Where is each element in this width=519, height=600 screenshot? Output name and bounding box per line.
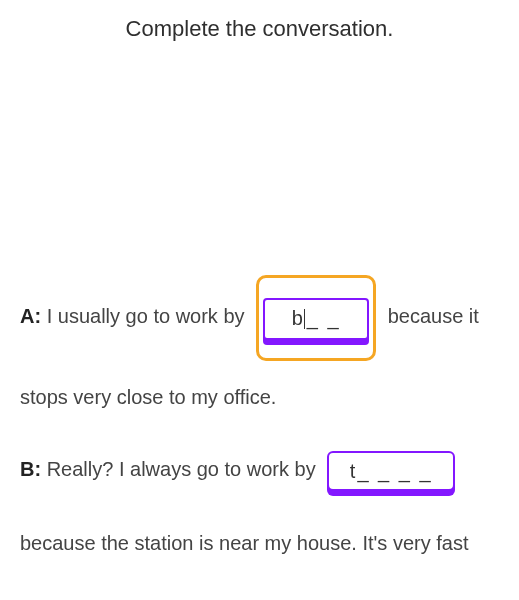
- text-caret-icon: [304, 309, 305, 329]
- blank-input-a[interactable]: b_ _: [263, 298, 369, 340]
- line-b-before: Really? I always go to work by: [41, 458, 321, 480]
- speaker-b-label: B:: [20, 458, 41, 480]
- blank-input-a-wrap[interactable]: b_ _: [256, 275, 376, 361]
- blank-input-b-wrap[interactable]: t_ _ _ _: [327, 435, 455, 507]
- speaker-a-label: A:: [20, 305, 41, 327]
- blank-input-b[interactable]: t_ _ _ _: [327, 451, 455, 491]
- line-a-before: I usually go to work by: [41, 305, 250, 327]
- line-b-after: because the station is near my house. It…: [20, 532, 469, 600]
- blank-a-remaining: _ _: [307, 307, 341, 329]
- conversation-body: A: I usually go to work by b_ _ because …: [20, 275, 499, 600]
- instruction-text: Complete the conversation.: [20, 12, 499, 45]
- blank-b-remaining: _ _ _ _: [357, 460, 432, 482]
